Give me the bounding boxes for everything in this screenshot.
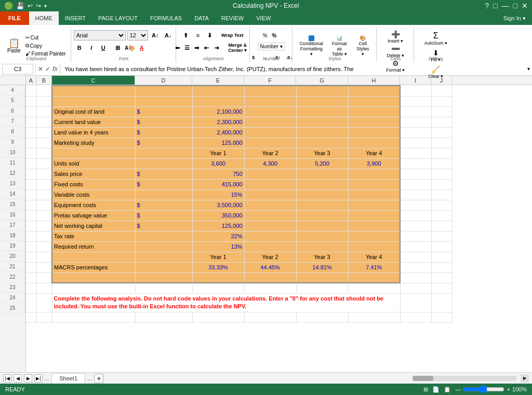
cell-i19[interactable] — [400, 241, 431, 252]
cell-c8[interactable]: Land value in 4 years — [52, 127, 135, 138]
cell-g21[interactable]: 14.81% — [296, 262, 348, 273]
decrease-font-btn[interactable]: A↓ — [163, 30, 174, 40]
cell-e17[interactable]: 125,000 — [192, 221, 244, 231]
cell-a10[interactable] — [26, 148, 36, 158]
cell-b24[interactable] — [36, 293, 52, 312]
wrap-text-btn[interactable]: Wrap Text — [219, 30, 246, 40]
zoom-out-btn[interactable]: — — [455, 386, 461, 392]
redo-btn[interactable]: ↪ — [36, 2, 41, 9]
col-header-h[interactable]: H — [348, 76, 400, 85]
cell-d5[interactable] — [135, 96, 192, 106]
clear-btn[interactable]: 🧹 Clear ▾ — [426, 64, 445, 80]
cell-g6[interactable] — [296, 106, 348, 117]
cell-e10[interactable]: Year 1 — [192, 148, 244, 158]
number-format-dropdown[interactable]: Number ▾ — [258, 43, 285, 50]
sheet-nav-prev[interactable]: ◀ — [14, 374, 22, 383]
increase-indent-btn[interactable]: ⇥ — [212, 43, 221, 53]
cancel-formula-icon[interactable]: ✕ — [38, 65, 43, 73]
cell-c4[interactable] — [52, 86, 135, 96]
row-header-18[interactable]: 18 — [0, 230, 25, 241]
tab-file[interactable]: FILE — [0, 11, 29, 25]
tab-insert[interactable]: INSERT — [59, 11, 92, 25]
bold-btn[interactable]: B — [74, 43, 85, 53]
cell-i20[interactable] — [400, 252, 431, 262]
cell-a14[interactable] — [26, 189, 36, 200]
cell-g19[interactable] — [296, 241, 348, 252]
cell-h13[interactable] — [348, 179, 400, 189]
cell-a16[interactable] — [26, 210, 36, 221]
underline-btn[interactable]: U — [98, 43, 109, 53]
cell-f6[interactable] — [244, 106, 296, 117]
cell-e18[interactable]: 22% — [192, 231, 244, 241]
cell-g8[interactable] — [296, 127, 348, 138]
cell-h20[interactable]: Year 4 — [348, 252, 400, 262]
cell-h6[interactable] — [348, 106, 400, 117]
cell-f25[interactable] — [244, 312, 296, 322]
cell-d21[interactable] — [135, 262, 192, 273]
row-header-25[interactable]: 25 — [0, 303, 25, 314]
tab-data[interactable]: DATA — [188, 11, 215, 25]
cell-c14[interactable]: Variable costs — [52, 189, 135, 200]
cell-b22[interactable] — [36, 273, 52, 283]
cell-i16[interactable] — [400, 210, 431, 221]
row-header-22[interactable]: 22 — [0, 272, 25, 282]
cell-c21[interactable]: MACRS percentages — [52, 262, 135, 273]
cell-a17[interactable] — [26, 221, 36, 231]
cell-c15[interactable]: Equipment costs — [52, 200, 135, 210]
cell-i6[interactable] — [400, 106, 431, 117]
cell-h14[interactable] — [348, 189, 400, 200]
cell-j9[interactable] — [431, 138, 452, 148]
insert-cells-btn[interactable]: ➕ Insert ▾ — [388, 30, 403, 44]
formula-expand-icon[interactable]: ▾ — [527, 66, 530, 72]
cell-f4[interactable] — [244, 86, 296, 96]
cell-d4[interactable] — [135, 86, 192, 96]
cell-d13[interactable]: $ — [135, 179, 192, 189]
row-header-8[interactable]: 8 — [0, 127, 25, 137]
cell-c22[interactable] — [52, 273, 135, 283]
increase-font-btn[interactable]: A↑ — [150, 30, 161, 40]
cell-i21[interactable] — [400, 262, 431, 273]
cell-a18[interactable] — [26, 231, 36, 241]
cell-g10[interactable]: Year 3 — [296, 148, 348, 158]
align-center-btn[interactable]: ☰ — [183, 43, 192, 53]
cell-i15[interactable] — [400, 200, 431, 210]
cell-j11[interactable] — [431, 158, 452, 169]
confirm-formula-icon[interactable]: ✓ — [45, 65, 50, 73]
cell-f22[interactable] — [244, 273, 296, 283]
row-header-12[interactable]: 12 — [0, 168, 25, 179]
cell-c25[interactable] — [52, 312, 135, 322]
cell-b5[interactable] — [36, 96, 52, 106]
col-header-d[interactable]: D — [135, 76, 192, 85]
cell-f10[interactable]: Year 2 — [244, 148, 296, 158]
cell-a11[interactable] — [26, 158, 36, 169]
cell-f7[interactable] — [244, 117, 296, 127]
sheet-nav-first[interactable]: |◀ — [3, 374, 11, 383]
decrease-indent-btn[interactable]: ⇤ — [202, 43, 211, 53]
cell-j24[interactable] — [431, 293, 452, 312]
cell-d6[interactable]: $ — [135, 106, 192, 117]
tab-home[interactable]: HOME — [29, 11, 59, 25]
top-align-btn[interactable]: ⬆ — [180, 30, 192, 40]
cell-d10[interactable] — [135, 148, 192, 158]
cell-d17[interactable]: $ — [135, 221, 192, 231]
cell-h23[interactable] — [348, 283, 400, 293]
cell-c17[interactable]: Net working capital — [52, 221, 135, 231]
cell-b10[interactable] — [36, 148, 52, 158]
cell-d12[interactable]: $ — [135, 169, 192, 179]
cell-j4[interactable] — [431, 86, 452, 96]
close-btn[interactable]: ✕ — [522, 2, 528, 10]
cell-c5[interactable] — [52, 96, 135, 106]
cell-h11[interactable]: 3,900 — [348, 158, 400, 169]
cell-b19[interactable] — [36, 241, 52, 252]
cell-f8[interactable] — [244, 127, 296, 138]
cell-d16[interactable]: $ — [135, 210, 192, 221]
cell-i8[interactable] — [400, 127, 431, 138]
cell-h25[interactable] — [348, 312, 400, 322]
cell-c16[interactable]: Pretax salvage value — [52, 210, 135, 221]
cell-h22[interactable] — [348, 273, 400, 283]
help-btn[interactable]: ? — [485, 2, 489, 10]
cell-i11[interactable] — [400, 158, 431, 169]
cell-b14[interactable] — [36, 189, 52, 200]
cell-c19[interactable]: Required return — [52, 241, 135, 252]
cell-g20[interactable]: Year 3 — [296, 252, 348, 262]
